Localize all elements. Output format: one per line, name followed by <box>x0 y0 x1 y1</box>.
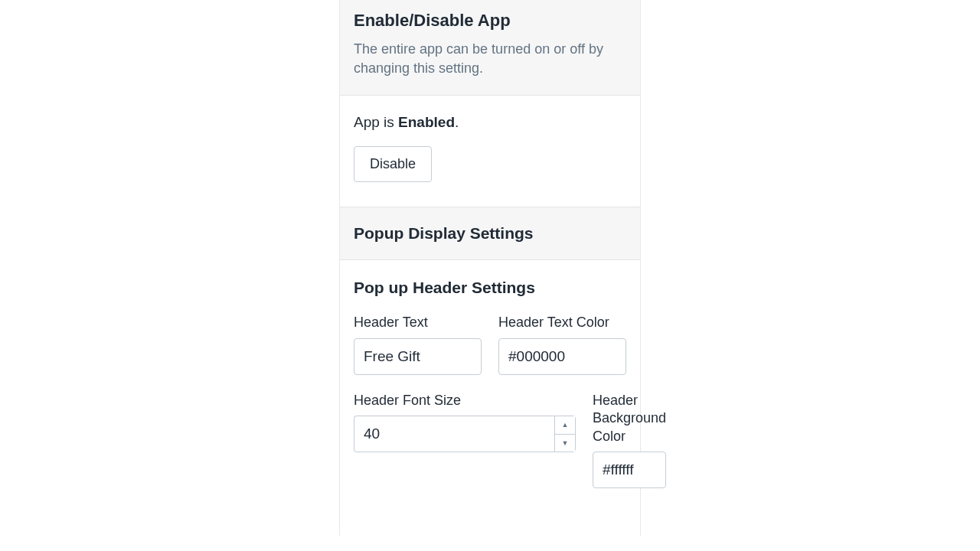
enable-section-body: App is Enabled. Disable <box>340 96 640 207</box>
header-text-input[interactable] <box>354 338 482 375</box>
header-text-color-field: Header Text Color <box>498 314 626 374</box>
enable-section-title: Enable/Disable App <box>354 11 626 31</box>
popup-header-settings: Pop up Header Settings Header Text Heade… <box>340 260 640 536</box>
popup-section-header: Popup Display Settings <box>340 207 640 260</box>
popup-section-title: Popup Display Settings <box>354 224 626 243</box>
enable-section-description: The entire app can be turned on or off b… <box>354 40 626 78</box>
header-font-size-stepper: ▲ ▼ <box>354 416 576 452</box>
header-font-size-input[interactable] <box>354 416 554 452</box>
row-1: Header Text Header Text Color <box>354 314 626 374</box>
header-font-size-field: Header Font Size ▲ ▼ <box>354 392 576 488</box>
header-bg-color-input[interactable] <box>593 452 666 488</box>
settings-panel: Enable/Disable App The entire app can be… <box>339 0 641 536</box>
enable-section-header: Enable/Disable App The entire app can be… <box>340 0 640 96</box>
header-settings-title: Pop up Header Settings <box>354 279 626 297</box>
step-up-button[interactable]: ▲ <box>555 416 575 435</box>
header-bg-color-label: Header Background Color <box>593 392 666 445</box>
disable-button[interactable]: Disable <box>354 146 432 182</box>
header-font-size-label: Header Font Size <box>354 392 576 409</box>
header-text-color-input[interactable] <box>498 338 626 375</box>
row-2: Header Font Size ▲ ▼ Header Background C… <box>354 392 626 488</box>
header-bg-color-field: Header Background Color <box>593 392 666 488</box>
app-status-value: Enabled <box>398 114 455 130</box>
header-text-color-label: Header Text Color <box>498 314 626 331</box>
app-status-suffix: . <box>455 114 459 130</box>
header-text-field: Header Text <box>354 314 482 374</box>
app-status-prefix: App is <box>354 114 398 130</box>
header-text-label: Header Text <box>354 314 482 331</box>
chevron-down-icon: ▼ <box>562 439 569 447</box>
app-status-line: App is Enabled. <box>354 114 626 131</box>
stepper-buttons: ▲ ▼ <box>554 416 576 452</box>
step-down-button[interactable]: ▼ <box>555 435 575 452</box>
chevron-up-icon: ▲ <box>562 421 569 429</box>
